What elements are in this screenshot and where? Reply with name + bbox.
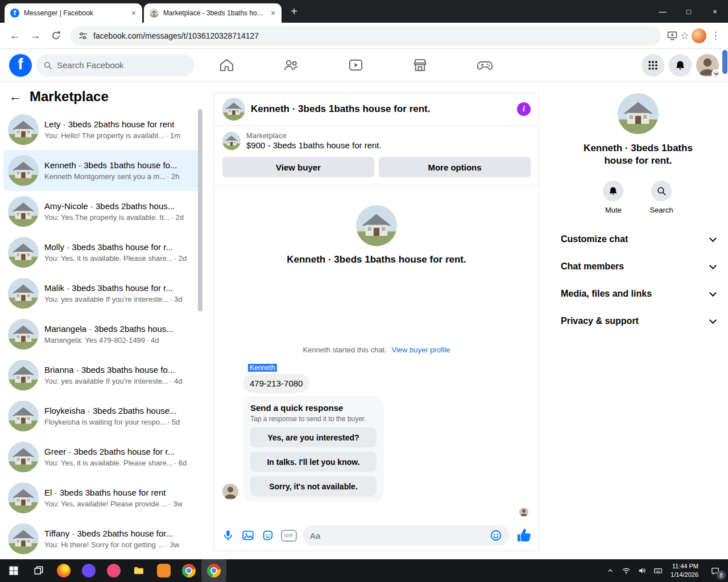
gaming-tab[interactable] xyxy=(471,53,498,78)
conversation-preview-row: You: yes available If you're intereste..… xyxy=(44,377,197,385)
volume-icon[interactable] xyxy=(634,559,650,582)
facebook-search[interactable] xyxy=(36,54,195,77)
taskbar-clock[interactable]: 11:44 PM 1/14/2026 xyxy=(666,562,703,579)
conversation-item-el[interactable]: El · 3beds 3baths house for rent You: Ye… xyxy=(3,477,201,518)
hidden-icons-chevron[interactable] xyxy=(602,559,618,582)
taskbar-app-vpn[interactable] xyxy=(76,559,101,582)
conversation-preview: You: Yes.The property is available. It..… xyxy=(44,213,170,222)
message-input[interactable] xyxy=(310,531,486,541)
conversation-texts: Floykeisha · 3beds 2baths house... Floyk… xyxy=(44,406,197,426)
friends-tab[interactable] xyxy=(278,53,305,78)
taskbar-app-media[interactable] xyxy=(101,559,126,582)
touch-keyboard-icon[interactable] xyxy=(650,559,666,582)
taskbar-app-editor[interactable] xyxy=(151,559,176,582)
taskbar-app-files[interactable] xyxy=(126,559,151,582)
site-settings-icon[interactable] xyxy=(77,30,89,41)
conversation-time: · 1m xyxy=(166,131,180,140)
browser-profile-avatar[interactable] xyxy=(692,28,706,43)
conversation-time: · 5d xyxy=(167,418,180,426)
marketplace-tab[interactable] xyxy=(407,53,434,78)
notification-center-button[interactable]: 8 xyxy=(703,559,727,582)
back-arrow-icon[interactable]: ← xyxy=(9,89,22,104)
sidebar-scrollbar[interactable] xyxy=(198,109,202,311)
taskbar-app-chrome[interactable] xyxy=(176,559,201,582)
conversation-title: Lety · 3beds 2baths house for rent xyxy=(44,119,197,129)
menu-media-files-links[interactable]: Media, files and links xyxy=(557,280,719,307)
conversation-item-floykeisha[interactable]: Floykeisha · 3beds 2baths house... Floyk… xyxy=(3,396,201,436)
tab-close-icon[interactable]: × xyxy=(268,8,278,18)
view-buyer-profile-link[interactable]: View buyer profile xyxy=(391,346,450,354)
sticker-icon[interactable] xyxy=(261,529,275,542)
message-composer: GIF xyxy=(214,520,539,551)
search-input[interactable] xyxy=(57,60,188,70)
menu-label: Chat members xyxy=(561,261,624,272)
conversation-title: El · 3beds 3baths house for rent xyxy=(44,488,197,497)
conversation-item-molly[interactable]: Molly · 3beds 3baths house for r... You:… xyxy=(3,232,201,273)
install-icon[interactable] xyxy=(667,30,678,41)
emoji-icon[interactable] xyxy=(489,529,503,542)
browser-tab-messenger[interactable]: f Messenger | Facebook × xyxy=(5,3,142,23)
taskbar-app-firefox[interactable] xyxy=(51,559,76,582)
back-button[interactable]: ← xyxy=(6,27,24,45)
menu-customize-chat[interactable]: Customize chat xyxy=(557,226,719,253)
panel-avatar xyxy=(618,93,659,134)
page-scrollbar-thumb[interactable] xyxy=(722,50,727,74)
conversation-item-tiffany[interactable]: Tiffany · 3beds 2baths house for... You:… xyxy=(3,518,201,559)
browser-menu-icon[interactable]: ⋮ xyxy=(709,30,722,41)
new-tab-button[interactable]: + xyxy=(287,4,301,19)
watch-tab[interactable] xyxy=(342,53,369,78)
message-input-pill[interactable] xyxy=(303,525,510,546)
conversation-item-brianna[interactable]: Brianna · 3beds 3baths house fo... You: … xyxy=(3,355,201,396)
gif-icon[interactable]: GIF xyxy=(281,530,297,542)
conversation-item-mariangela[interactable]: Mariangela · 3beds 2baths hous... Marian… xyxy=(3,314,201,355)
notifications-button[interactable] xyxy=(669,54,692,77)
chevron-down-icon xyxy=(709,262,717,269)
voice-clip-icon[interactable] xyxy=(221,529,235,542)
mute-button[interactable]: Mute xyxy=(603,181,623,214)
menu-chat-members[interactable]: Chat members xyxy=(557,253,719,280)
maximize-button[interactable]: □ xyxy=(676,0,702,23)
home-tab[interactable] xyxy=(213,53,240,78)
browser-tab-marketplace[interactable]: Marketplace - 3beds 1baths ho... × xyxy=(144,3,282,23)
reload-button[interactable] xyxy=(47,27,65,45)
conversation-preview: You: Yes, it is available. Please share.… xyxy=(44,254,173,263)
search-conversation-button[interactable]: Search xyxy=(650,181,673,214)
more-options-button[interactable]: More options xyxy=(379,157,531,177)
conversation-item-amy-nicole[interactable]: Amy-Nicole · 3beds 2baths hous... You: Y… xyxy=(3,191,201,232)
quick-reply-interested-button[interactable]: Yes, are you interested? xyxy=(250,427,377,447)
forward-button[interactable]: → xyxy=(26,27,44,45)
close-button[interactable]: × xyxy=(702,0,728,23)
conversation-item-kenneth[interactable]: Kenneth · 3beds 1baths house fo... Kenne… xyxy=(3,150,201,191)
listing-avatar xyxy=(8,155,39,186)
address-bar[interactable]: facebook.com/messages/t/1036120328714127 xyxy=(71,26,661,45)
window-controls: — □ × xyxy=(650,0,728,23)
minimize-button[interactable]: — xyxy=(650,0,676,23)
quick-reply-not-available-button[interactable]: Sorry, it's not available. xyxy=(250,476,377,496)
attach-photo-icon[interactable] xyxy=(241,529,255,542)
chat-avatar[interactable] xyxy=(222,98,245,120)
view-buyer-button[interactable]: View buyer xyxy=(222,157,374,177)
conversation-texts: Malik · 3beds 3baths house for r... You:… xyxy=(44,283,197,304)
tab-close-icon[interactable]: × xyxy=(129,8,139,18)
like-thumb-icon[interactable] xyxy=(516,527,532,543)
conversation-item-lety[interactable]: Lety · 3beds 2baths house for rent You: … xyxy=(3,109,201,150)
conversation-item-greer[interactable]: Greer · 3beds 2baths house for r... You:… xyxy=(3,436,201,477)
message-bubble[interactable]: 479-213-7080 xyxy=(243,374,309,393)
conversation-time: · 4d xyxy=(146,336,159,344)
conversation-info-icon[interactable]: i xyxy=(517,102,531,116)
start-button[interactable] xyxy=(1,559,26,582)
menu-privacy-support[interactable]: Privacy & support xyxy=(557,307,719,335)
task-view-button[interactable] xyxy=(26,559,51,582)
bookmark-star-icon[interactable]: ☆ xyxy=(680,30,689,42)
network-icon[interactable] xyxy=(618,559,634,582)
panel-menu: Customize chat Chat members Media, files… xyxy=(557,226,719,335)
listing-avatar xyxy=(8,237,39,268)
account-button[interactable] xyxy=(696,54,719,77)
taskbar-app-chrome-active[interactable] xyxy=(201,559,226,582)
quick-reply-in-talks-button[interactable]: In talks. I'll let you know. xyxy=(250,452,377,472)
conversation-item-malik[interactable]: Malik · 3beds 3baths house for r... You:… xyxy=(3,273,201,314)
conversation-preview-row: Floykeisha is waiting for your respo... … xyxy=(44,418,197,426)
menu-grid-button[interactable] xyxy=(642,54,664,77)
facebook-logo[interactable]: f xyxy=(9,54,32,77)
conversation-preview-row: Kenneth Montgomery sent you a m... · 2h xyxy=(44,172,197,181)
